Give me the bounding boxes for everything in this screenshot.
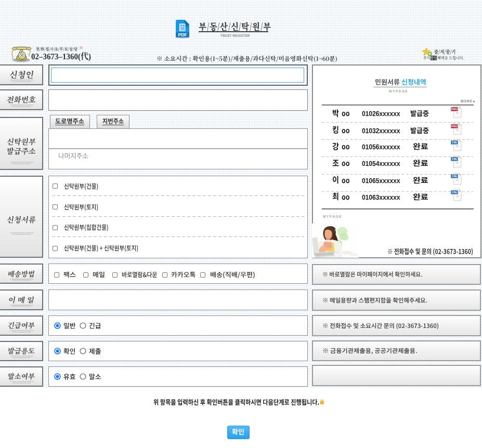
svg-text:FIN: FIN xyxy=(452,141,457,144)
svg-text:FIN: FIN xyxy=(452,157,457,161)
svg-text:FIN: FIN xyxy=(452,175,457,178)
svg-text:PRO: PRO xyxy=(451,108,458,111)
svg-text:PDF: PDF xyxy=(178,32,187,37)
svg-text:FIN: FIN xyxy=(452,191,457,194)
svg-text:PRO: PRO xyxy=(451,125,458,128)
